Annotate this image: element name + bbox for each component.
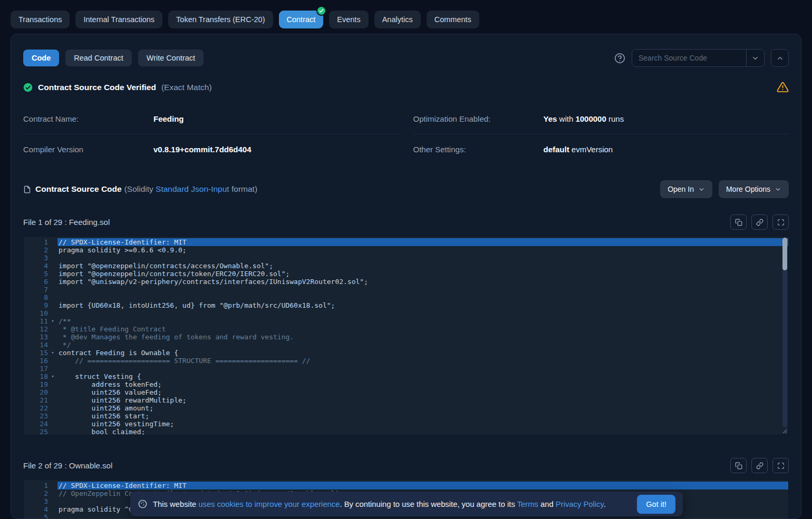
line-number: 13 — [24, 333, 48, 341]
tab-internal-transactions[interactable]: Internal Transactions — [75, 11, 162, 28]
subtab-read-contract[interactable]: Read Contract — [65, 50, 132, 66]
line-number: 5 — [24, 513, 48, 519]
tab-contract[interactable]: Contract — [279, 11, 324, 28]
fold-gutter — [48, 412, 57, 420]
verified-check-icon — [23, 83, 33, 92]
fold-gutter — [48, 333, 57, 341]
search-dropdown-button[interactable] — [746, 50, 764, 66]
line-number: 11 — [24, 317, 48, 325]
line-number: 6 — [24, 278, 48, 286]
code-line: 4import "@openzeppelin/contracts/access/… — [24, 262, 788, 270]
tab-label: Transactions — [18, 15, 62, 24]
fold-gutter — [48, 489, 57, 497]
code-text: struct Vesting { — [57, 373, 788, 380]
cookies-info-link[interactable]: uses cookies to improve your experience — [198, 500, 340, 508]
fold-toggle-icon[interactable]: ▾ — [48, 349, 57, 357]
tab-label: Events — [337, 15, 360, 24]
fold-gutter — [48, 262, 57, 270]
help-icon[interactable] — [614, 53, 625, 64]
permalink-button[interactable] — [751, 458, 768, 473]
subtab-row: CodeRead ContractWrite Contract — [23, 34, 789, 67]
tab-comments[interactable]: Comments — [427, 11, 479, 28]
compiler-version-row: Compiler Version v0.8.19+commit.7dd6d404 — [23, 134, 399, 164]
line-number: 7 — [24, 286, 48, 293]
scrollbar-thumb[interactable] — [782, 238, 787, 270]
other-settings-value: default evmVersion — [544, 145, 613, 154]
source-code-title: Contract Source Code — [35, 184, 122, 194]
search-controls — [614, 49, 789, 67]
cookie-message: This website uses cookies to improve you… — [153, 500, 606, 508]
fold-gutter — [48, 365, 57, 373]
line-number: 4 — [24, 505, 48, 513]
code-line: 6import "@uniswap/v2-periphery/contracts… — [24, 278, 788, 286]
cookie-icon — [138, 499, 148, 509]
cookie-banner: This website uses cookies to improve you… — [130, 492, 683, 516]
source-header-buttons: Open In More Options — [660, 180, 789, 198]
other-settings-label: Other Settings: — [413, 145, 544, 154]
line-number: 18 — [24, 373, 48, 380]
contract-name-row: Contract Name: Feeding — [23, 104, 399, 134]
fold-gutter — [48, 357, 57, 365]
resize-grip[interactable] — [781, 427, 787, 434]
chevron-down-icon — [751, 54, 759, 62]
file-header-label: File 1 of 29 : Feeding.sol — [23, 218, 110, 227]
copy-button[interactable] — [730, 458, 747, 473]
file-actions — [730, 458, 789, 473]
file-section-1: File 1 of 29 : Feeding.sol 1// SPDX-Lice… — [23, 208, 789, 435]
verified-match-type: (Exact Match) — [161, 83, 212, 92]
compiler-version-value: v0.8.19+commit.7dd6d404 — [153, 145, 252, 154]
fold-toggle-icon[interactable]: ▾ — [48, 373, 57, 380]
code-line: 15▾contract Feeding is Ownable { — [24, 349, 788, 357]
fold-gutter — [48, 246, 57, 254]
terms-link[interactable]: Terms — [517, 500, 538, 508]
fold-gutter — [48, 380, 57, 388]
copy-button[interactable] — [730, 214, 747, 230]
code-line: 8 — [24, 293, 788, 301]
code-line: 16 // ==================== STRUCTURE ===… — [24, 357, 788, 365]
line-number: 2 — [24, 489, 48, 497]
tab-events[interactable]: Events — [329, 11, 368, 28]
tab-transactions[interactable]: Transactions — [11, 11, 70, 28]
optimization-value: Yes with 1000000 runs — [544, 114, 624, 123]
code-text: uint256 start; — [57, 412, 788, 420]
line-number: 3 — [24, 497, 48, 505]
details-left-column: Contract Name: Feeding Compiler Version … — [23, 104, 399, 164]
subtab-write-contract[interactable]: Write Contract — [138, 50, 204, 66]
got-it-button[interactable]: Got it! — [637, 495, 675, 514]
contract-panel: CodeRead ContractWrite Contract Contract… — [11, 34, 801, 519]
code-text: address tokenFed; — [57, 380, 788, 388]
line-number: 25 — [24, 428, 48, 435]
code-line: 17 — [24, 365, 788, 373]
tab-token-transfers-erc-20[interactable]: Token Transfers (ERC-20) — [168, 11, 273, 28]
code-line: 22 uint256 amount; — [24, 404, 788, 412]
standard-json-input-link[interactable]: Standard Json-Input — [156, 184, 229, 193]
tab-label: Token Transfers (ERC-20) — [176, 15, 265, 24]
code-text: // ==================== STRUCTURE ======… — [57, 357, 788, 365]
more-options-button[interactable]: More Options — [719, 180, 789, 198]
collapse-section-button[interactable] — [771, 49, 789, 67]
privacy-policy-link[interactable]: Privacy Policy — [556, 500, 604, 508]
details-right-column: Optimization Enabled: Yes with 1000000 r… — [413, 104, 789, 164]
search-source-code-input[interactable] — [632, 54, 746, 62]
fold-gutter — [48, 309, 57, 317]
tab-analytics[interactable]: Analytics — [374, 11, 421, 28]
expand-button[interactable] — [772, 214, 789, 230]
code-text: uint256 rewardMultiple; — [57, 396, 788, 404]
code-text: * @title Feeding Contract — [57, 325, 788, 333]
code-text: /** — [57, 317, 788, 325]
file-header-label: File 2 of 29 : Ownable.sol — [23, 461, 112, 470]
fold-gutter — [48, 420, 57, 428]
expand-button[interactable] — [772, 458, 789, 473]
open-in-button[interactable]: Open In — [660, 180, 712, 198]
fold-toggle-icon[interactable]: ▾ — [48, 317, 57, 325]
code-text: import "@uniswap/v2-periphery/contracts/… — [57, 278, 788, 286]
code-line: 5import "@openzeppelin/contracts/token/E… — [24, 270, 788, 278]
permalink-button[interactable] — [751, 214, 768, 230]
code-text: uint256 valueFed; — [57, 388, 788, 396]
warning-icon[interactable] — [777, 81, 789, 93]
source-file-icon — [23, 185, 31, 194]
fold-gutter — [48, 505, 57, 513]
subtab-code[interactable]: Code — [23, 50, 59, 66]
code-editor[interactable]: 1// SPDX-License-Identifier: MIT2pragma … — [23, 236, 789, 435]
maximize-icon — [777, 462, 785, 469]
